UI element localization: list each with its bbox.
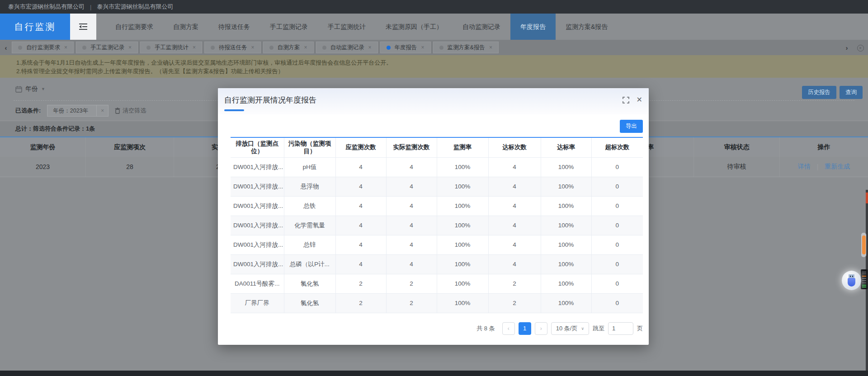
chip-label: 手工监测记录 — [90, 44, 124, 52]
cell: 100% — [541, 293, 591, 313]
cell: DW001入河排放... — [231, 177, 284, 196]
tab-chips-row: ‹ 自行监测要求× 手工监测记录× 手工监测统计× 待报送任务× 自测方案× 自… — [0, 40, 868, 55]
cell: 4 — [386, 177, 437, 196]
chip-label: 自行监测要求 — [26, 44, 60, 52]
cell: DW001入河排放... — [231, 196, 284, 216]
cell: 100% — [541, 274, 591, 293]
chip-close-icon[interactable]: × — [368, 44, 372, 51]
clear-filters-button[interactable]: 清空筛选 — [115, 107, 146, 115]
nav-item-auto-records[interactable]: 自动监测记录 — [453, 14, 510, 40]
notice-line-2: 2.特殊管理企业提交年报时需同步上传监测年度报告。（请先至【监测方案&报告】功能… — [16, 67, 868, 75]
remove-filter-icon[interactable]: × — [96, 105, 108, 116]
tab-chip-active[interactable]: 年度报告× — [380, 42, 431, 53]
nav-item-self-monitor-req[interactable]: 自行监测要求 — [105, 14, 163, 40]
action-separator: | — [817, 163, 819, 170]
export-row: 导出 — [231, 120, 643, 133]
edge-marker — [866, 193, 868, 203]
cell: 100% — [541, 196, 591, 216]
nav-item-manual-stats[interactable]: 手工监测统计 — [318, 14, 376, 40]
col-monitor-rate: 监测率 — [437, 137, 488, 157]
current-page-button[interactable]: 1 — [519, 322, 531, 335]
cell: 氯化氢 — [284, 274, 335, 293]
chip-close-icon[interactable]: × — [421, 44, 425, 51]
tab-chip[interactable]: 监测方案&报告× — [433, 42, 499, 53]
cell: 100% — [437, 293, 488, 313]
nav-item-manual-records[interactable]: 手工监测记录 — [260, 14, 318, 40]
fullscreen-icon[interactable] — [623, 97, 629, 103]
nav-item-no-monitor-reason[interactable]: 未监测原因（手工） — [376, 14, 453, 40]
cell: 100% — [437, 177, 488, 196]
cell: 2 — [386, 274, 437, 293]
modal-body: 导出 排放口（监测点位） 污染物（监测项目） 应监测次数 实际监测次数 监测率 … — [218, 114, 649, 335]
tab-chip[interactable]: 手工监测记录× — [76, 42, 138, 53]
year-filter-dropdown[interactable]: 年份 ▼ — [15, 85, 45, 93]
nav-item-plan-report[interactable]: 监测方案&报告 — [556, 14, 618, 40]
nav-item-pending-tasks[interactable]: 待报送任务 — [208, 14, 260, 40]
cell: 100% — [437, 274, 488, 293]
page-size-select[interactable]: 10 条/页 ∨ — [551, 322, 589, 335]
company-name-secondary: 泰兴市宏源钢丝制品有限公司 — [97, 3, 173, 11]
table-row: 厂界厂界氯化氢22100%2100%0 — [231, 293, 643, 313]
col-required-count: 应监测次数 — [335, 137, 386, 157]
chip-dot-icon — [18, 46, 22, 50]
nav-item-annual-report[interactable]: 年度报告 — [510, 14, 556, 40]
cell: 2 — [488, 274, 541, 293]
tab-chip[interactable]: 手工监测统计× — [140, 42, 202, 53]
cell: 0 — [591, 274, 643, 293]
prev-page-button[interactable]: ‹ — [502, 322, 515, 335]
cell: DA0011号酸雾... — [231, 274, 284, 293]
meter-tick — [862, 272, 866, 273]
calendar-icon — [15, 86, 22, 93]
col-pass-count: 达标次数 — [488, 137, 541, 157]
tab-chip[interactable]: 自行监测要求× — [12, 42, 74, 53]
cell: 0 — [591, 216, 643, 235]
meter-tick — [862, 273, 866, 274]
tab-chip[interactable]: 自动监测记录× — [316, 42, 378, 53]
chip-label: 监测方案&报告 — [448, 44, 485, 52]
year-filter-label: 年份 — [25, 85, 38, 93]
cell: 4 — [335, 196, 386, 216]
detail-link[interactable]: 详情 — [798, 163, 811, 171]
company-separator: | — [90, 4, 91, 10]
cell: 2 — [335, 293, 386, 313]
jump-page-input[interactable] — [608, 322, 633, 335]
chip-close-icon[interactable]: × — [193, 44, 196, 51]
cell: 4 — [488, 216, 541, 235]
scrollbar-thumb[interactable] — [862, 235, 866, 254]
modal-close-icon[interactable]: ✕ — [637, 96, 642, 103]
chips-scroll-right-icon[interactable]: › — [841, 44, 853, 52]
chip-close-icon[interactable]: × — [128, 44, 132, 51]
chevron-down-icon: ▼ — [41, 87, 45, 91]
collapse-menu-button[interactable] — [70, 14, 96, 40]
chips-scroll-left-icon[interactable]: ‹ — [0, 44, 12, 52]
usb-tray-icon[interactable] — [842, 271, 861, 290]
query-button[interactable]: 查询 — [840, 86, 863, 99]
meter-tick — [862, 278, 866, 279]
column-header-required: 应监测项次 — [86, 137, 174, 157]
selected-filter-value: 年份：2023年 — [47, 107, 96, 115]
export-button[interactable]: 导出 — [620, 120, 643, 133]
cell: 100% — [541, 177, 591, 196]
clear-filters-label: 清空筛选 — [123, 107, 146, 115]
chip-close-icon[interactable]: × — [489, 44, 492, 51]
table-row: DW001入河排放...总锌44100%4100%0 — [231, 235, 643, 254]
meter-tick — [862, 280, 866, 281]
chip-close-icon[interactable]: × — [304, 44, 307, 51]
cell-required: 28 — [86, 157, 174, 177]
notice-banner: 1.系统会于每年1月1日自动生成上一年度年度报告，企业确认无误后提交至属地生态环… — [0, 55, 868, 78]
bottom-edge-bar — [0, 371, 868, 376]
regenerate-link[interactable]: 重新生成 — [825, 163, 850, 171]
tab-chip[interactable]: 自测方案× — [263, 42, 314, 53]
history-report-button[interactable]: 历史报告 — [802, 86, 836, 99]
cell: DW001入河排放... — [231, 216, 284, 235]
chip-close-icon[interactable]: × — [251, 44, 255, 51]
chips-close-all-button[interactable]: × — [853, 43, 868, 52]
next-page-button[interactable]: › — [535, 322, 547, 335]
tab-chip[interactable]: 待报送任务× — [204, 42, 261, 53]
nav-item-self-test-plan[interactable]: 自测方案 — [163, 14, 208, 40]
col-outlet: 排放口（监测点位） — [231, 137, 284, 157]
chip-dot-icon — [146, 46, 151, 50]
usb-connector — [849, 274, 854, 278]
chip-label: 待报送任务 — [219, 44, 247, 52]
chip-close-icon[interactable]: × — [64, 44, 67, 51]
